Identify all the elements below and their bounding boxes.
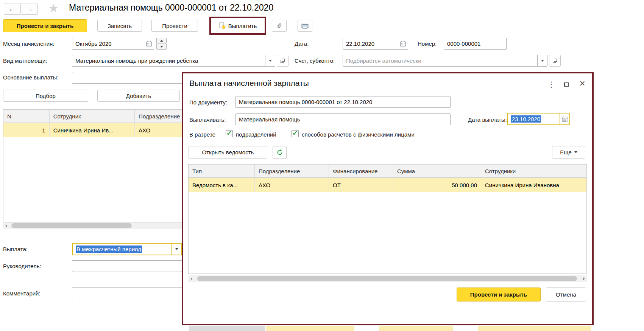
scroll-left-arrow[interactable] bbox=[188, 275, 194, 282]
forward-arrow-icon: → bbox=[26, 5, 33, 13]
number-field[interactable]: 0000-000001 bbox=[444, 38, 507, 50]
manager-field[interactable] bbox=[72, 260, 182, 272]
open-window-icon bbox=[552, 58, 558, 64]
dialog-submit-and-close-button[interactable]: Провести и закрыть bbox=[457, 287, 541, 301]
aid-type-field[interactable]: Материальная помощь при рождении ребенка bbox=[72, 55, 275, 67]
pay-date-label: Дата выплаты: bbox=[468, 117, 507, 123]
attachments-button[interactable] bbox=[272, 20, 287, 32]
by-document-field[interactable]: Материальная помощь 0000-000001 от 22.10… bbox=[235, 96, 451, 108]
account-dropdown-button[interactable] bbox=[537, 55, 547, 66]
calendar-icon bbox=[400, 41, 406, 47]
column-header-financing[interactable]: Финансирование bbox=[329, 165, 393, 178]
refresh-button[interactable] bbox=[273, 146, 287, 159]
calendar-icon bbox=[146, 41, 152, 47]
print-button[interactable] bbox=[298, 20, 312, 32]
scroll-left-arrow[interactable] bbox=[3, 222, 9, 229]
payment-table-hscrollbar[interactable] bbox=[188, 275, 587, 282]
basis-label: Основание выплаты: bbox=[3, 74, 59, 81]
payment-methods-checkbox[interactable]: ✓ bbox=[292, 130, 299, 137]
number-label: Номер: bbox=[418, 40, 437, 47]
payout-field[interactable]: В межрасчетный период bbox=[72, 243, 182, 255]
column-header-amount[interactable]: Сумма bbox=[393, 165, 481, 178]
dialog-cancel-button[interactable]: Отмена bbox=[546, 287, 586, 301]
by-document-value: Материальная помощь 0000-000001 от 22.10… bbox=[239, 99, 372, 105]
column-header-type[interactable]: Тип bbox=[189, 165, 255, 178]
chevron-down-icon bbox=[541, 60, 544, 62]
aid-type-value: Материальная помощь при рождении ребенка bbox=[75, 57, 198, 64]
by-document-label: По документу: bbox=[189, 99, 227, 106]
back-button[interactable]: ← bbox=[4, 3, 21, 15]
forward-button[interactable]: → bbox=[21, 3, 38, 15]
column-header-n[interactable]: N bbox=[3, 110, 50, 123]
maximize-icon bbox=[564, 82, 569, 87]
cell-n: 1 bbox=[3, 123, 50, 137]
pay-what-field[interactable]: Материальная помощь bbox=[235, 113, 451, 125]
pay-button-label: Выплатить bbox=[228, 23, 257, 29]
refresh-icon bbox=[276, 149, 283, 156]
pay-button-highlight: Выплатить bbox=[209, 17, 266, 35]
printer-icon bbox=[301, 23, 309, 29]
obscured-row-fragment bbox=[379, 326, 453, 331]
pay-date-field[interactable]: 23.10.2020 bbox=[507, 113, 570, 125]
maximize-button[interactable] bbox=[561, 79, 572, 89]
scrollbar-thumb[interactable] bbox=[11, 223, 132, 228]
save-button[interactable]: Записать bbox=[97, 20, 142, 32]
departments-checkbox[interactable]: ✓ bbox=[226, 130, 233, 137]
pick-button[interactable]: Подбор bbox=[3, 90, 88, 102]
chevron-down-icon bbox=[269, 60, 272, 62]
account-field[interactable]: Подбирается автоматически bbox=[343, 55, 547, 67]
cell-department: АХО bbox=[255, 178, 329, 192]
kebab-icon: ⋮ bbox=[547, 80, 555, 89]
payout-value: В межрасчетный период bbox=[76, 246, 142, 253]
obscured-row-fragment bbox=[189, 326, 265, 331]
close-button[interactable]: × bbox=[577, 78, 588, 88]
pay-button[interactable]: Выплатить bbox=[219, 22, 257, 29]
payout-label: Выплата: bbox=[3, 246, 28, 252]
page-title: Материальная помощь 0000-000001 от 22.10… bbox=[69, 3, 273, 13]
date-calendar-button[interactable] bbox=[398, 38, 408, 49]
more-actions-label: Еще bbox=[560, 149, 572, 155]
aid-type-dropdown-button[interactable] bbox=[265, 55, 275, 66]
month-field[interactable]: Октябрь 2020 bbox=[72, 38, 154, 50]
cell-amount: 50 000,00 bbox=[393, 178, 481, 192]
payment-table-row[interactable]: Ведомость в ка... АХО ОТ 50 000,00 Синич… bbox=[189, 178, 586, 192]
departments-checkbox-label: подразделений bbox=[236, 131, 276, 138]
stepper-up-button[interactable] bbox=[156, 38, 167, 44]
pay-date-calendar-button[interactable] bbox=[560, 113, 569, 124]
dialog-title: Выплата начисленной зарплаты bbox=[189, 79, 309, 88]
column-header-employee[interactable]: Сотрудник bbox=[50, 110, 135, 123]
submit-and-close-button[interactable]: Провести и закрыть bbox=[3, 19, 87, 32]
month-calendar-button[interactable] bbox=[144, 38, 154, 49]
aid-type-label: Вид матпомощи: bbox=[3, 57, 47, 64]
date-field[interactable]: 22.10.2020 bbox=[343, 38, 408, 50]
column-header-department[interactable]: Подразделение bbox=[255, 165, 329, 178]
account-open-button[interactable] bbox=[549, 55, 561, 67]
account-label: Счет, субконто: bbox=[295, 57, 335, 64]
month-stepper bbox=[156, 38, 167, 50]
cell-employee: Синичкина Ирина Ив... bbox=[50, 123, 135, 137]
column-header-employees[interactable]: Сотрудники bbox=[481, 165, 586, 178]
payout-dropdown-button[interactable] bbox=[172, 244, 181, 255]
stepper-down-button[interactable] bbox=[156, 44, 167, 50]
open-sheet-button[interactable]: Открыть ведомость bbox=[189, 146, 267, 159]
more-menu-button[interactable]: ⋮ bbox=[546, 79, 557, 89]
app-window: ← → ★ Материальная помощь 0000-000001 от… bbox=[0, 0, 644, 331]
pay-date-value: 23.10.2020 bbox=[511, 115, 541, 123]
add-button[interactable]: Добавить bbox=[97, 90, 180, 102]
open-window-icon bbox=[280, 58, 285, 64]
in-context-label: В разрезе bbox=[189, 131, 215, 138]
more-actions-button[interactable]: Еще bbox=[552, 146, 585, 159]
obscured-row-fragment bbox=[266, 326, 354, 331]
aid-type-open-button[interactable] bbox=[277, 55, 288, 67]
favorite-star-icon[interactable]: ★ bbox=[48, 2, 59, 15]
checkmark-icon: ✓ bbox=[226, 130, 232, 137]
scroll-right-arrow[interactable] bbox=[581, 275, 587, 282]
month-label: Месяц начисления: bbox=[3, 40, 54, 47]
comment-field[interactable] bbox=[72, 287, 182, 299]
payment-methods-checkbox-label: способов расчетов с физическими лицами bbox=[302, 131, 415, 138]
payment-dialog: Выплата начисленной зарплаты ⋮ × По доку… bbox=[182, 72, 594, 325]
scrollbar-thumb[interactable] bbox=[197, 276, 577, 281]
post-button[interactable]: Провести bbox=[151, 20, 198, 32]
back-arrow-icon: ← bbox=[9, 5, 16, 13]
comment-label: Комментарий: bbox=[3, 290, 41, 297]
